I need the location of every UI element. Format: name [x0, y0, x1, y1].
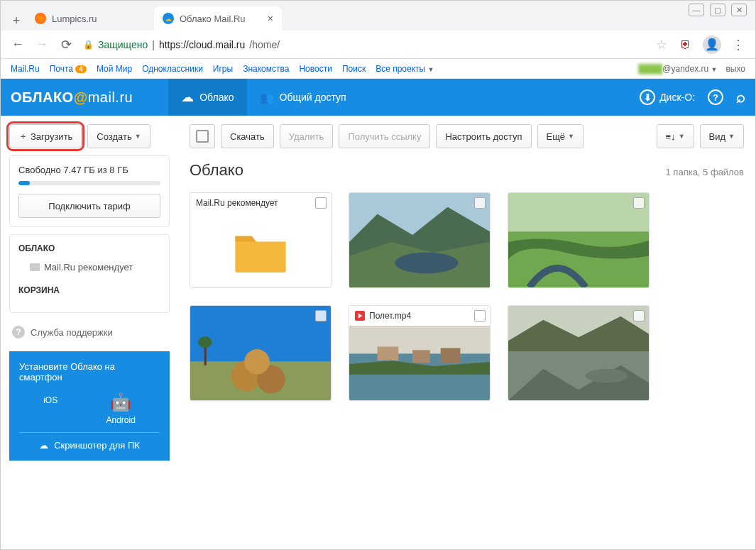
disk-o-icon: ⬇: [640, 89, 655, 105]
search-icon[interactable]: ⌕: [736, 88, 745, 106]
upload-button[interactable]: ＋ Загрузить: [9, 124, 82, 148]
portal-link[interactable]: Игры: [213, 64, 233, 74]
nav-tab-shared[interactable]: 👥 Общий доступ: [247, 79, 359, 116]
cloud-nav: ОБЛАКО@mail.ru ☁ Облако 👥 Общий доступ ⬇…: [1, 79, 755, 116]
file-tile-image[interactable]: [349, 192, 491, 288]
sort-button[interactable]: ≡↓ ▼: [657, 124, 694, 148]
browser-window: — ▢ ✕ + Lumpics.ru ☁ Облако Mail.Ru × ← …: [0, 0, 756, 550]
configure-access-button[interactable]: Настроить доступ: [436, 124, 531, 148]
view-button[interactable]: Вид ▼: [700, 124, 744, 148]
portal-link-projects[interactable]: Все проекты ▼: [376, 64, 434, 74]
select-all-checkbox[interactable]: [190, 124, 215, 148]
portal-link[interactable]: Знакомства: [243, 64, 289, 74]
trash-tree-heading[interactable]: КОРЗИНА: [18, 285, 160, 295]
nav-tab-label: Облако: [199, 92, 234, 103]
star-icon[interactable]: ☆: [654, 38, 669, 52]
logout-link[interactable]: выхо: [725, 64, 745, 74]
tile-header: Полет.mp4: [349, 306, 490, 326]
close-window-button[interactable]: ✕: [731, 4, 747, 16]
thumb-haybales: [190, 306, 331, 400]
secure-label: Защищено: [98, 39, 148, 50]
support-link[interactable]: ? Служба поддержки: [9, 320, 170, 344]
portal-link-mail[interactable]: Почта 4: [50, 64, 87, 74]
portal-link[interactable]: Одноклассники: [142, 64, 203, 74]
create-button[interactable]: Создать ▼: [87, 124, 150, 148]
promo-title: Установите Облако на смартфон: [19, 361, 160, 383]
mailru-portal-links: Mail.Ru Почта 4 Мой Мир Одноклассники Иг…: [1, 59, 755, 79]
tile-checkbox[interactable]: [315, 310, 327, 321]
promo-screenshoter[interactable]: ☁ Скриншотер для ПК: [19, 432, 160, 451]
minimize-button[interactable]: —: [689, 4, 704, 16]
main-panel: Скачать Удалить Получить ссылку Настроит…: [178, 116, 755, 549]
delete-button[interactable]: Удалить: [280, 124, 334, 148]
url-host: https://cloud.mail.ru: [159, 39, 245, 50]
more-button[interactable]: Ещё ▼: [537, 124, 584, 148]
disk-o-button[interactable]: ⬇ Диск-О:: [640, 89, 695, 105]
tile-checkbox[interactable]: [315, 197, 327, 209]
extension-icon[interactable]: ⛨: [679, 38, 693, 52]
new-tab-button[interactable]: +: [6, 11, 26, 31]
video-icon: [355, 311, 365, 321]
tile-checkbox[interactable]: [633, 197, 645, 209]
portal-link[interactable]: Мой Мир: [97, 64, 132, 74]
promo-android[interactable]: 🤖 Android: [106, 392, 135, 425]
get-link-button[interactable]: Получить ссылку: [339, 124, 430, 148]
file-tile-image[interactable]: [190, 305, 332, 401]
reload-button[interactable]: ⟳: [59, 38, 73, 52]
svg-rect-17: [441, 348, 461, 363]
tile-checkbox[interactable]: [633, 310, 645, 321]
people-icon: 👥: [260, 91, 274, 104]
promo-os-label: iOS: [43, 395, 57, 405]
svg-point-23: [586, 369, 628, 383]
page-header: Облако 1 папка, 5 файлов: [190, 161, 744, 180]
download-button[interactable]: Скачать: [221, 124, 274, 148]
thumb-river: [508, 306, 649, 400]
forward-button[interactable]: →: [35, 38, 49, 52]
favicon-cloud: ☁: [163, 13, 174, 24]
tile-checkbox[interactable]: [474, 197, 486, 209]
profile-avatar[interactable]: 👤: [703, 35, 721, 54]
storage-progress: [18, 181, 160, 185]
storage-card: Свободно 7.47 ГБ из 8 ГБ Подключить тари…: [9, 155, 170, 227]
thumb-plain: [508, 193, 649, 287]
page-title: Облако: [190, 161, 243, 180]
file-tile-image[interactable]: [508, 305, 650, 401]
svg-point-9: [198, 336, 212, 348]
close-tab-icon[interactable]: ×: [268, 13, 273, 24]
tree-item-label: Mail.Ru рекомендует: [44, 262, 133, 273]
address-field[interactable]: 🔒 Защищено | https://cloud.mail.ru/home/: [83, 39, 645, 50]
tab-strip: + Lumpics.ru ☁ Облако Mail.Ru ×: [1, 1, 755, 31]
file-toolbar: Скачать Удалить Получить ссылку Настроит…: [190, 124, 744, 148]
mail-badge: 4: [75, 65, 87, 73]
tile-checkbox[interactable]: [474, 310, 486, 321]
promo-ios[interactable]: iOS: [43, 392, 57, 425]
help-icon[interactable]: ?: [708, 89, 723, 105]
question-icon: ?: [12, 326, 25, 339]
file-tile-folder[interactable]: Mail.Ru рекомендует: [190, 192, 332, 288]
nav-tab-label: Общий доступ: [280, 92, 346, 103]
cloud-icon: ☁: [181, 89, 194, 105]
portal-link[interactable]: Mail.Ru: [11, 64, 40, 74]
connect-tariff-button[interactable]: Подключить тариф: [18, 194, 160, 218]
folder-icon: [30, 263, 40, 271]
file-tile-image[interactable]: [508, 192, 650, 288]
portal-link[interactable]: Поиск: [342, 64, 366, 74]
file-tile-video[interactable]: Полет.mp4: [349, 305, 491, 401]
lock-icon: 🔒: [83, 40, 94, 50]
browser-tab-lumpics[interactable]: Lumpics.ru: [26, 6, 154, 31]
thumb-mountains: [349, 193, 490, 287]
nav-tab-cloud[interactable]: ☁ Облако: [168, 79, 246, 116]
back-button[interactable]: ←: [11, 38, 25, 52]
brand-logo[interactable]: ОБЛАКО@mail.ru: [11, 89, 133, 106]
maximize-button[interactable]: ▢: [710, 4, 725, 16]
tile-name: Полет.mp4: [369, 311, 411, 321]
browser-tab-cloud[interactable]: ☁ Облако Mail.Ru ×: [154, 6, 282, 31]
tile-name: Mail.Ru рекомендует: [196, 198, 278, 208]
promo-screenshoter-label: Скриншотер для ПК: [54, 440, 140, 451]
portal-link[interactable]: Новости: [299, 64, 332, 74]
tree-item-recommends[interactable]: Mail.Ru рекомендует: [18, 259, 160, 275]
svg-rect-15: [378, 346, 399, 361]
user-email[interactable]: ████@yandex.ru ▼: [638, 64, 717, 74]
menu-icon[interactable]: ⋮: [731, 38, 745, 52]
tab-label: Lumpics.ru: [52, 13, 97, 24]
